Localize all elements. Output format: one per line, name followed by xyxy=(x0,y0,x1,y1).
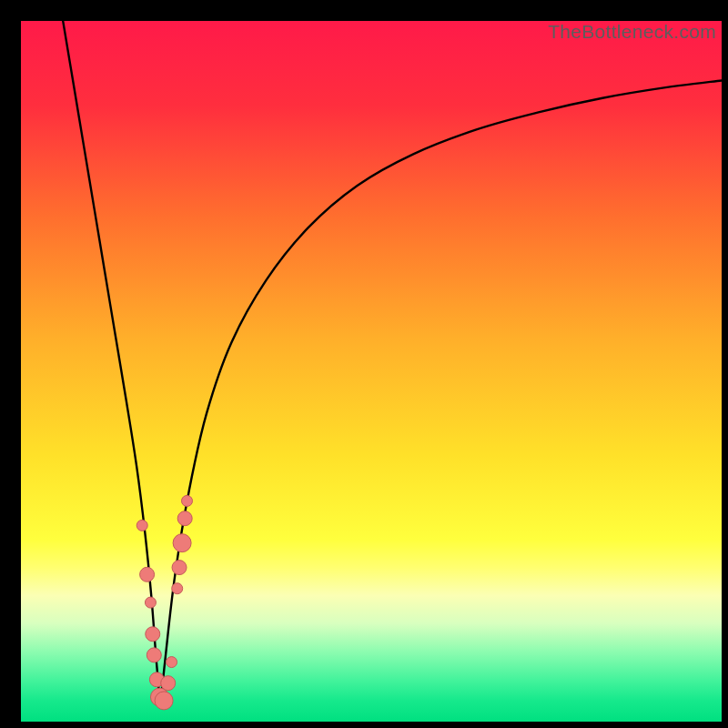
chart-frame: TheBottleneck.com xyxy=(0,0,728,728)
data-marker xyxy=(155,692,173,710)
data-marker xyxy=(181,495,192,506)
data-marker xyxy=(167,657,177,668)
data-marker xyxy=(177,511,192,526)
chart-background xyxy=(21,21,722,722)
chart-plot-area: TheBottleneck.com xyxy=(21,21,722,722)
data-marker xyxy=(136,520,147,531)
data-marker xyxy=(173,534,191,552)
data-marker xyxy=(146,627,160,642)
attribution-text: TheBottleneck.com xyxy=(548,21,716,43)
data-marker xyxy=(145,597,156,608)
data-marker xyxy=(172,583,183,594)
data-marker xyxy=(161,676,176,691)
data-marker xyxy=(172,561,187,575)
data-marker xyxy=(140,567,155,581)
chart-svg xyxy=(21,21,722,722)
data-marker xyxy=(147,648,161,662)
